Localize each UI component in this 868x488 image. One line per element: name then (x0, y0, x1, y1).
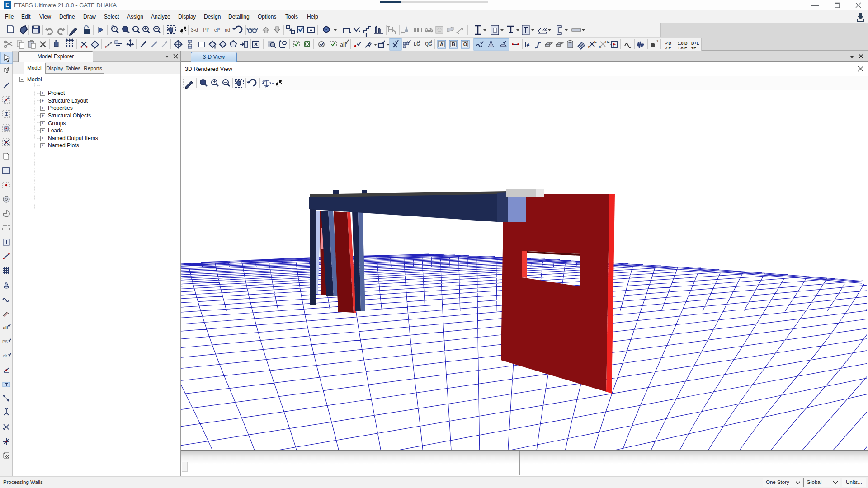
svg-text:D+L: D+L (691, 41, 699, 46)
svg-text:QG: QG (425, 42, 432, 47)
svg-text:E: E (594, 40, 597, 43)
svg-text:O: O (463, 42, 467, 47)
svg-text:✓E: ✓E (665, 46, 671, 50)
svg-text:?: ? (656, 39, 658, 44)
svg-text:HZ: HZ (605, 40, 610, 43)
svg-text:Pl²: Pl² (203, 27, 209, 33)
svg-text:B: B (452, 42, 455, 47)
svg-text:A: A (440, 42, 443, 47)
svg-text:✓D: ✓D (665, 41, 672, 46)
svg-text:PS: PS (2, 339, 8, 344)
svg-text:K: K (588, 45, 590, 48)
svg-text:all: all (3, 325, 8, 330)
svg-text:3-d: 3-d (191, 27, 198, 33)
svg-text:clr: clr (3, 354, 7, 358)
svg-text:E: E (528, 43, 531, 47)
svg-text:1.5 E: 1.5 E (678, 46, 687, 50)
svg-text:1.0 D: 1.0 D (678, 41, 688, 46)
svg-text:elº: elº (214, 27, 220, 33)
svg-text:+E: +E (691, 46, 696, 50)
svg-text:K: K (599, 45, 601, 48)
svg-text:nd: nd (225, 27, 230, 33)
